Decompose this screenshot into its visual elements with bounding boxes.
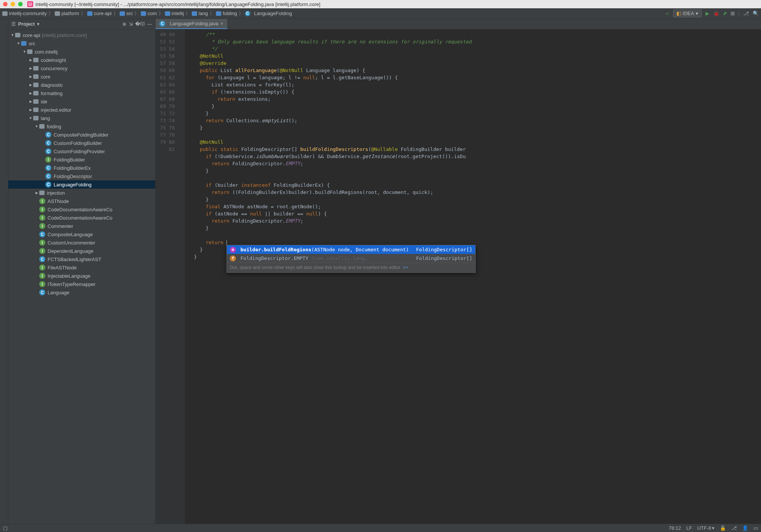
breadcrumb-item[interactable]: platform xyxy=(55,11,79,16)
line-separator[interactable]: LF xyxy=(686,525,692,531)
window-controls[interactable] xyxy=(3,2,23,6)
completion-item[interactable]: mbuilder.buildFoldRegions(ASTNode node, … xyxy=(227,245,475,254)
tree-node[interactable]: ▶formatting xyxy=(8,89,155,97)
tree-node[interactable]: CFCTSBackedLighterAST xyxy=(8,255,155,263)
vcs-icon[interactable]: ⎇ xyxy=(743,11,749,16)
tree-node[interactable]: IInjectableLanguage xyxy=(8,272,155,280)
tree-arrow-icon[interactable]: ▶ xyxy=(29,83,32,87)
chevron-down-icon[interactable]: ▾ xyxy=(37,21,40,27)
breadcrumb-item[interactable]: intellij-community xyxy=(2,11,47,16)
run-config-selector[interactable]: ◧ IDEA ▾ xyxy=(673,9,701,17)
build-icon[interactable]: ⤾ xyxy=(665,11,669,16)
tree-label: concurrency xyxy=(41,66,68,71)
tree-arrow-icon[interactable]: ▶ xyxy=(29,108,32,112)
run-icon[interactable]: ▶ xyxy=(706,11,709,16)
expand-icon[interactable]: ⇲ xyxy=(129,21,133,27)
gear-icon[interactable]: �印 xyxy=(135,21,145,28)
close-icon[interactable]: × xyxy=(220,21,223,26)
tree-node[interactable]: ▼core-api [intellij.platform.core] xyxy=(8,31,155,39)
tree-node[interactable]: ICustomUncommenter xyxy=(8,238,155,247)
class-icon: C xyxy=(45,132,51,138)
tree-node[interactable]: CCustomFoldingProvider xyxy=(8,147,155,155)
breadcrumb-item[interactable]: lang xyxy=(192,11,208,16)
tree-arrow-icon[interactable]: ▼ xyxy=(11,33,14,37)
tool-stripe-left[interactable] xyxy=(0,19,8,524)
editor[interactable]: 49 50 51 52 53 54 55 56 57 58 59 60 61 6… xyxy=(156,29,761,524)
tree-node[interactable]: ▶core xyxy=(8,72,155,81)
tree-node[interactable]: CLanguage xyxy=(8,288,155,297)
tree-node[interactable]: ▼lang xyxy=(8,114,155,122)
chevron-down-icon: ▾ xyxy=(696,11,698,16)
tree-node[interactable]: CFoldingBuilderEx xyxy=(8,164,155,172)
hector-icon[interactable]: 👤 xyxy=(742,525,748,531)
breadcrumb-item[interactable]: src xyxy=(120,11,133,16)
tree-node[interactable]: CFoldingDescriptor xyxy=(8,172,155,180)
zoom-window-icon[interactable] xyxy=(18,2,23,6)
encoding[interactable]: UTF-8 ▾ xyxy=(697,525,715,531)
hide-icon[interactable]: — xyxy=(147,21,152,27)
memory-icon[interactable]: ▭ xyxy=(753,525,758,531)
completion-label: FoldingDescriptor.EMPTY (com.intellij.la… xyxy=(240,255,368,262)
tab-language-folding[interactable]: C LanguageFolding.java × xyxy=(156,19,227,29)
tree-arrow-icon[interactable]: ▼ xyxy=(23,50,26,54)
breadcrumb-item[interactable]: intellij xyxy=(165,11,184,16)
tree-node[interactable]: ▶injection xyxy=(8,189,155,197)
tree-node[interactable]: ICodeDocumentationAwareCo xyxy=(8,214,155,222)
breadcrumb[interactable]: intellij-community〉platform〉core-api〉src… xyxy=(2,10,292,17)
minimize-window-icon[interactable] xyxy=(11,2,15,6)
tree-arrow-icon[interactable]: ▶ xyxy=(29,75,32,78)
tree-node[interactable]: CCustomFoldingBuilder xyxy=(8,139,155,147)
tree-node[interactable]: ▼src xyxy=(8,39,155,48)
tree-node[interactable]: ▶ide xyxy=(8,97,155,106)
close-window-icon[interactable] xyxy=(3,2,8,6)
project-tree[interactable]: ▼core-api [intellij.platform.core]▼src▼c… xyxy=(8,29,155,524)
tree-node[interactable]: ICommenter xyxy=(8,222,155,230)
lock-icon[interactable]: 🔓 xyxy=(720,525,726,531)
tree-arrow-icon[interactable]: ▼ xyxy=(17,42,20,45)
fold-gutter[interactable] xyxy=(178,29,185,524)
search-icon[interactable]: 🔍 xyxy=(753,11,759,16)
tree-arrow-icon[interactable]: ▶ xyxy=(35,191,39,195)
more-link[interactable]: >> xyxy=(403,265,408,270)
vcs-branch-icon[interactable]: ⎇ xyxy=(731,525,737,531)
target-icon[interactable]: ⊕ xyxy=(122,21,126,27)
folder-icon xyxy=(39,191,45,195)
coverage-icon[interactable]: ⬈ xyxy=(723,11,727,16)
breadcrumb-item[interactable]: core-api xyxy=(87,11,112,16)
tree-label: formatting xyxy=(41,91,63,96)
tree-node[interactable]: ICodeDocumentationAwareCo xyxy=(8,205,155,214)
tree-node[interactable]: ▶injected.editor xyxy=(8,106,155,114)
caret-position[interactable]: 78:12 xyxy=(669,525,681,531)
tree-arrow-icon[interactable]: ▶ xyxy=(29,58,32,62)
tool-windows-icon[interactable]: ▢ xyxy=(3,525,8,531)
tree-label: CustomFoldingBuilder xyxy=(54,140,102,146)
tree-arrow-icon[interactable]: ▼ xyxy=(35,125,39,128)
tree-node[interactable]: IITokenTypeRemapper xyxy=(8,280,155,288)
tree-label: FileASTNode xyxy=(48,265,77,271)
tree-node[interactable]: ▼folding xyxy=(8,122,155,131)
tree-node[interactable]: IDependentLanguage xyxy=(8,247,155,255)
tree-arrow-icon[interactable]: ▶ xyxy=(29,66,32,70)
project-view-icon[interactable]: ☰ xyxy=(11,21,16,27)
tree-node[interactable]: IFileASTNode xyxy=(8,263,155,272)
breadcrumb-item[interactable]: folding xyxy=(216,11,237,16)
tree-arrow-icon[interactable]: ▼ xyxy=(29,116,32,120)
tree-node[interactable]: ▶concurrency xyxy=(8,64,155,72)
tree-node[interactable]: ▶codeInsight xyxy=(8,56,155,64)
completion-item[interactable]: fFoldingDescriptor.EMPTY (com.intellij.l… xyxy=(227,254,475,263)
tree-arrow-icon[interactable]: ▶ xyxy=(29,100,32,103)
tree-node[interactable]: ▶diagnostic xyxy=(8,81,155,89)
breadcrumb-item[interactable]: CLanguageFolding xyxy=(245,11,292,16)
tree-node[interactable]: CCompositeLanguage xyxy=(8,230,155,238)
tree-node[interactable]: IFoldingBuilder xyxy=(8,155,155,164)
tree-node[interactable]: IASTNode xyxy=(8,197,155,205)
completion-popup[interactable]: mbuilder.buildFoldRegions(ASTNode node, … xyxy=(226,245,476,273)
tree-node[interactable]: ▼com.intellij xyxy=(8,48,155,56)
tree-node[interactable]: CCompositeFoldingBuilder xyxy=(8,131,155,139)
code-area[interactable]: /** * Only queries base language results… xyxy=(185,29,761,524)
tree-node[interactable]: CLanguageFolding xyxy=(8,180,155,189)
breadcrumb-item[interactable]: com xyxy=(141,11,157,16)
stop-icon[interactable] xyxy=(731,12,735,15)
debug-icon[interactable]: 🐞 xyxy=(713,11,719,16)
tree-arrow-icon[interactable]: ▶ xyxy=(29,91,32,95)
